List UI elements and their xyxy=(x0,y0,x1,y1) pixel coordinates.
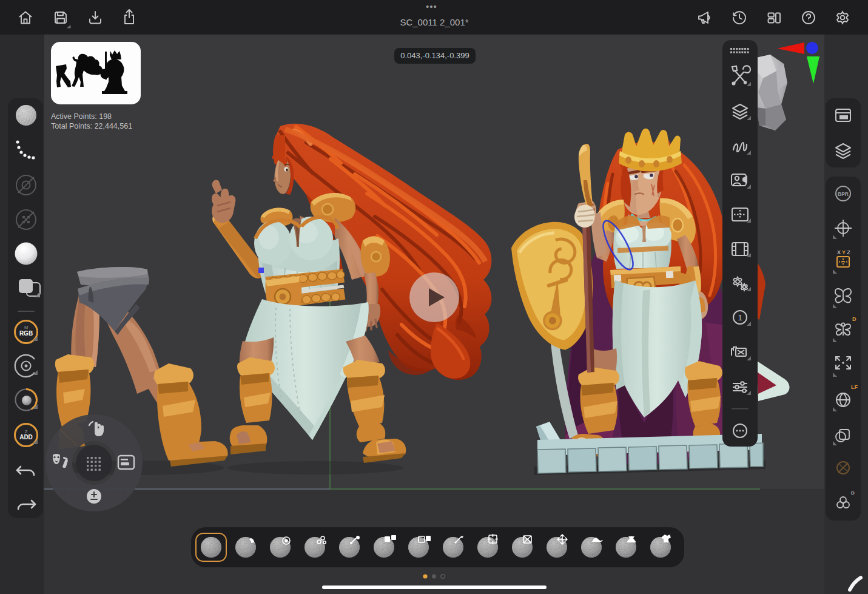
svg-text:BPR: BPR xyxy=(838,191,849,197)
svg-text:ADD: ADD xyxy=(19,434,33,440)
svg-text:LF: LF xyxy=(851,384,858,390)
svg-text:1: 1 xyxy=(738,313,742,322)
svg-text:RGB: RGB xyxy=(19,330,33,337)
svg-text:X: X xyxy=(837,249,841,255)
svg-text:D: D xyxy=(852,316,856,322)
svg-text:D: D xyxy=(851,490,855,496)
svg-text:Z: Z xyxy=(847,249,850,255)
svg-text:M: M xyxy=(24,325,28,330)
svg-text:Y: Y xyxy=(842,249,846,255)
